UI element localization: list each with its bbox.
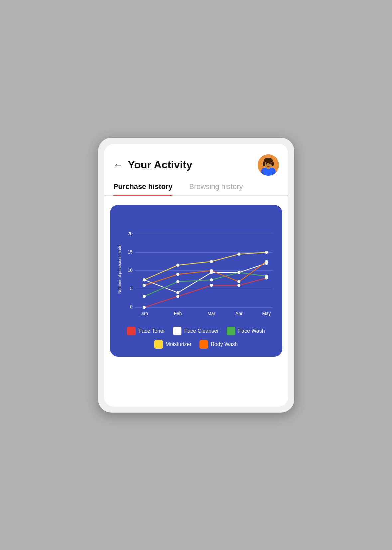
svg-point-32 bbox=[176, 291, 179, 294]
tab-browsing-history[interactable]: Browsing history bbox=[189, 182, 243, 195]
svg-point-28 bbox=[210, 283, 213, 286]
svg-point-26 bbox=[143, 306, 146, 309]
legend-face-toner: Face Toner bbox=[127, 327, 165, 335]
svg-point-43 bbox=[210, 260, 213, 263]
line-chart: Number of purchases made 20 15 10 5 0 bbox=[117, 216, 276, 320]
svg-point-36 bbox=[143, 295, 146, 298]
svg-point-40 bbox=[265, 275, 268, 277]
svg-text:Number of purchases made: Number of purchases made bbox=[117, 244, 122, 293]
legend-label-face-cleanser: Face Cleanser bbox=[184, 328, 219, 334]
svg-text:20: 20 bbox=[127, 231, 133, 236]
svg-point-41 bbox=[143, 278, 146, 281]
svg-point-50 bbox=[265, 260, 268, 263]
phone-container: ← Your Activity bbox=[98, 138, 294, 413]
tabs: Purchase history Browsing history bbox=[104, 182, 288, 196]
svg-point-27 bbox=[176, 295, 179, 298]
legend-label-face-toner: Face Toner bbox=[138, 328, 165, 334]
chart-legend: Face Toner Face Cleanser Face Wash Moist… bbox=[117, 327, 276, 349]
legend-color-body-wash bbox=[199, 340, 208, 349]
legend-face-wash: Face Wash bbox=[227, 327, 265, 335]
svg-point-29 bbox=[237, 283, 240, 286]
legend-face-cleanser: Face Cleanser bbox=[173, 327, 219, 335]
legend-color-moisturizer bbox=[154, 340, 163, 349]
svg-point-9 bbox=[268, 164, 269, 165]
chart-container: Number of purchases made 20 15 10 5 0 bbox=[110, 205, 282, 357]
svg-point-44 bbox=[237, 253, 240, 256]
back-button[interactable]: ← bbox=[113, 160, 123, 170]
svg-point-48 bbox=[210, 269, 213, 272]
svg-point-39 bbox=[237, 271, 240, 274]
svg-point-38 bbox=[210, 278, 213, 281]
legend-label-moisturizer: Moisturizer bbox=[166, 341, 192, 347]
legend-label-face-wash: Face Wash bbox=[238, 328, 265, 334]
legend-color-face-toner bbox=[127, 327, 136, 335]
tab-purchase-history[interactable]: Purchase history bbox=[113, 182, 173, 195]
svg-point-47 bbox=[176, 273, 179, 275]
svg-text:15: 15 bbox=[127, 249, 133, 254]
svg-point-6 bbox=[271, 161, 274, 166]
svg-text:Feb: Feb bbox=[174, 311, 182, 316]
svg-text:Jan: Jan bbox=[140, 311, 148, 316]
avatar[interactable] bbox=[258, 154, 279, 176]
legend-body-wash: Body Wash bbox=[199, 340, 238, 349]
svg-point-5 bbox=[263, 161, 265, 166]
svg-text:0: 0 bbox=[130, 304, 133, 309]
card: ← Your Activity bbox=[104, 144, 288, 407]
svg-text:10: 10 bbox=[127, 268, 133, 273]
svg-point-45 bbox=[265, 251, 268, 254]
svg-text:Apr: Apr bbox=[235, 311, 242, 316]
svg-point-4 bbox=[264, 158, 273, 163]
svg-point-8 bbox=[269, 163, 271, 164]
legend-color-face-wash bbox=[227, 327, 235, 335]
header-left: ← Your Activity bbox=[113, 159, 193, 171]
legend-moisturizer: Moisturizer bbox=[154, 340, 192, 349]
header: ← Your Activity bbox=[104, 144, 288, 182]
svg-point-46 bbox=[143, 283, 146, 286]
svg-point-49 bbox=[237, 280, 240, 283]
svg-text:5: 5 bbox=[130, 286, 133, 291]
svg-point-37 bbox=[176, 280, 179, 283]
chart-area: Number of purchases made 20 15 10 5 0 bbox=[117, 216, 276, 321]
page-title: Your Activity bbox=[128, 159, 193, 171]
legend-color-face-cleanser bbox=[173, 327, 182, 335]
legend-label-body-wash: Body Wash bbox=[211, 341, 238, 347]
svg-text:May: May bbox=[262, 311, 271, 316]
svg-text:Mar: Mar bbox=[207, 311, 215, 316]
svg-point-42 bbox=[176, 264, 179, 267]
svg-point-7 bbox=[266, 163, 267, 164]
